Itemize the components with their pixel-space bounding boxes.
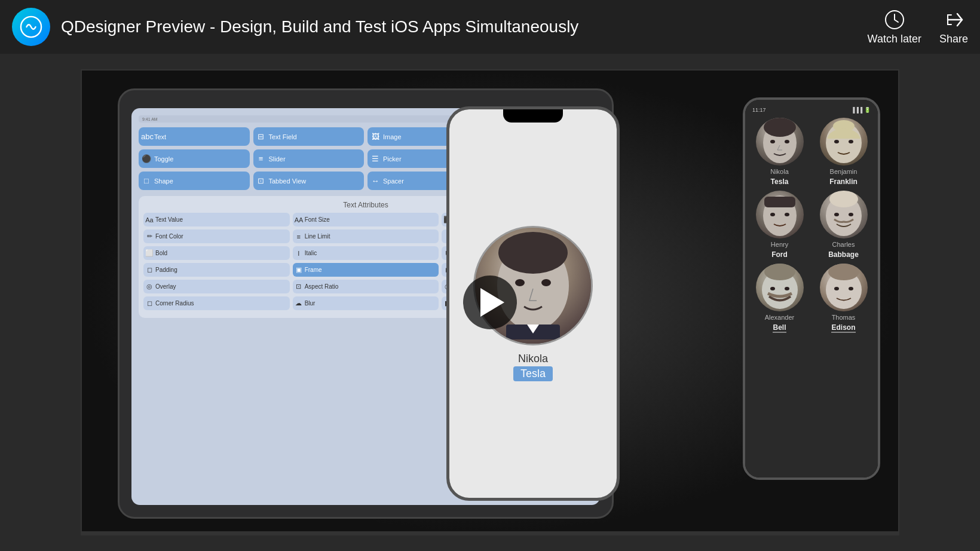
- share-button[interactable]: Share: [939, 9, 968, 45]
- play-button[interactable]: [463, 276, 517, 329]
- video-area: 9:41 AM abc Text ⊟ Text Field 🖼 Image: [0, 54, 980, 551]
- top-bar: QDesigner Preview - Design, Build and Te…: [0, 0, 980, 54]
- video-content: 9:41 AM abc Text ⊟ Text Field 🖼 Image: [81, 69, 899, 535]
- top-actions: Watch later Share: [868, 9, 968, 45]
- watch-later-button[interactable]: Watch later: [868, 9, 921, 45]
- play-overlay[interactable]: [82, 71, 898, 534]
- app-logo: [12, 8, 50, 46]
- phone-notch: [503, 109, 563, 123]
- video-title: QDesigner Preview - Design, Build and Te…: [61, 17, 868, 36]
